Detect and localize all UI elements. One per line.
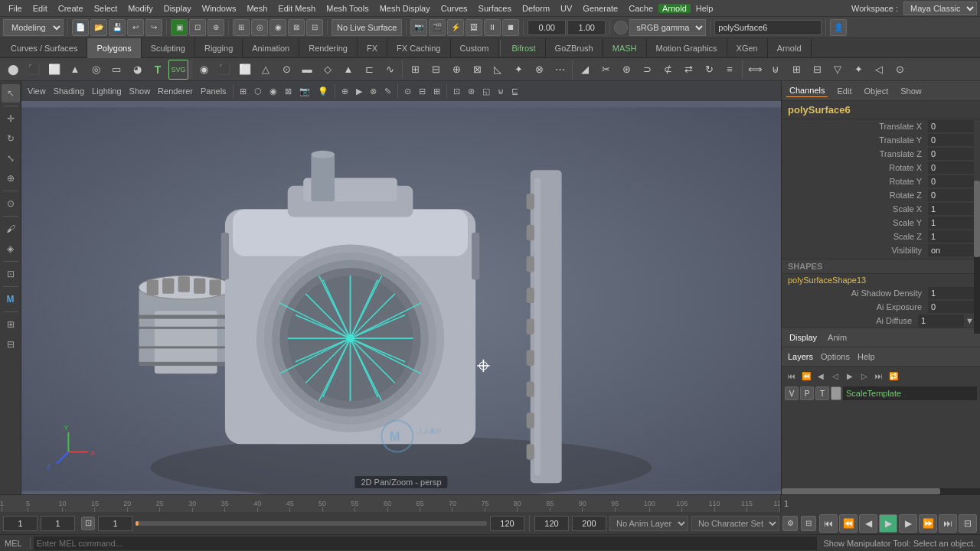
anim-start-input[interactable] [534,516,569,531]
reduce-icon[interactable]: ◁ [869,60,889,80]
mode-select[interactable]: Modeling [3,19,64,36]
snap-curve-btn[interactable]: ◎ [251,19,268,36]
menu-mesh[interactable]: Mesh [241,4,273,13]
vp-shaded-btn[interactable]: ◉ [266,83,280,99]
step-back-btn[interactable]: ◁ [828,369,842,383]
open-file-btn[interactable]: 📂 [90,19,107,36]
vp-lighting-menu[interactable]: Lighting [89,83,125,99]
tab-curves-surfaces[interactable]: Curves / Surfaces [2,38,87,58]
menu-edit[interactable]: Edit [28,4,53,13]
separate-icon[interactable]: ⊟ [807,60,827,80]
tab-animation[interactable]: Animation [243,38,299,58]
rp-horizontal-scrollbar[interactable] [782,488,980,494]
vp-resolution-btn[interactable]: ◱ [479,83,493,99]
cone-icon[interactable]: ▲ [65,60,85,80]
current-frame-input[interactable] [41,516,75,531]
vp-view-menu[interactable]: View [24,83,49,99]
translate-y-input[interactable] [928,134,974,146]
svg-icon[interactable]: SVG [168,60,188,80]
start-frame-input[interactable] [3,516,38,531]
poly-cone-icon[interactable]: △ [256,60,276,80]
menu-modify[interactable]: Modify [122,4,158,13]
vp-show-menu[interactable]: Show [126,83,154,99]
range-start-input[interactable] [98,516,132,531]
anim-prefs-btn[interactable]: ⊟ [801,516,816,531]
pause-render-btn[interactable]: ⏸ [484,19,501,36]
object-name-input[interactable] [714,20,822,35]
tab-rendering[interactable]: Rendering [299,38,358,58]
mel-input[interactable] [34,536,818,550]
vp-paint-btn[interactable]: ✎ [381,83,394,99]
extrude-icon[interactable]: ⊞ [405,60,425,80]
next-key-btn[interactable]: ▷ [858,369,871,383]
boolean-icon[interactable]: ⊎ [766,60,786,80]
v-btn[interactable]: V [785,386,799,400]
tab-sculpting[interactable]: Sculpting [142,38,195,58]
mirror-icon[interactable]: ⟺ [745,60,765,80]
tab-mash[interactable]: MASH [603,38,647,58]
vp-grid-btn[interactable]: ⊞ [237,83,250,99]
vp-light-btn[interactable]: 💡 [315,83,332,99]
save-file-btn[interactable]: 💾 [109,19,126,36]
menu-mesh-display[interactable]: Mesh Display [374,4,436,13]
tab-polygons[interactable]: Polygons [87,38,141,58]
prev-key-btn[interactable]: ⏪ [799,369,813,383]
plane-icon[interactable]: ▭ [106,60,126,80]
vp-mode-btn[interactable]: ⊑ [508,83,521,99]
display-tab[interactable]: Display [786,331,820,344]
tab-gozbrush[interactable]: GoZBrush [546,38,603,58]
go-end-btn2[interactable]: ⏭ [939,514,957,533]
combine-icon[interactable]: ⊞ [786,60,806,80]
viewport[interactable]: View Shading Lighting Show Renderer Pane… [21,81,781,494]
snap-point-btn[interactable]: ◉ [270,19,286,36]
menu-deform[interactable]: Deform [517,4,555,13]
help-tab[interactable]: Help [854,350,878,363]
torus-icon[interactable]: ◎ [86,60,106,80]
tab-motion-graphics[interactable]: Motion Graphics [647,38,727,58]
camera-btn[interactable]: 📷 [410,19,427,36]
color-swatch[interactable] [614,21,628,34]
loop-btn2[interactable]: ⊟ [959,514,977,533]
flip-icon[interactable]: ⇄ [678,60,698,80]
go-end-btn[interactable]: ⏭ [872,369,886,383]
next-key-btn2[interactable]: ⏩ [919,514,937,533]
select-btn[interactable]: ▣ [171,19,188,36]
offset-edge-icon[interactable]: ≡ [720,60,740,80]
no-live-surface-btn[interactable]: No Live Surface [332,19,402,36]
menu-arnold[interactable]: Arnold [658,4,691,13]
merge-icon[interactable]: ⊃ [637,60,657,80]
new-file-btn[interactable]: 📄 [72,19,89,36]
poly-cube-icon[interactable]: ⬛ [214,60,234,80]
universal-manipulator-btn[interactable]: ⊕ [2,169,20,187]
poly-prism-icon[interactable]: ◇ [318,60,338,80]
poly-sphere-icon[interactable]: ◉ [194,60,214,80]
layer-name[interactable]: ScaleTemplate [843,386,977,400]
rp-vertical-thumb[interactable] [974,181,980,257]
vp-textured-btn[interactable]: ⊠ [282,83,295,99]
remesh-icon[interactable]: ⊙ [890,60,910,80]
next-frame-btn2[interactable]: ▶ [899,514,917,533]
rotate-x-input[interactable] [928,161,974,174]
snap-grid-btn[interactable]: ⊞ [233,19,250,36]
paint-attrs-btn[interactable]: 🖌 [2,220,20,238]
menu-uv[interactable]: UV [555,4,577,13]
triangulate-icon[interactable]: ▽ [828,60,848,80]
scale-x-input[interactable] [928,203,974,215]
poly-torus-icon[interactable]: ⊙ [276,60,296,80]
spin-edge-icon[interactable]: ↻ [699,60,719,80]
rp-scrollbar-thumb[interactable] [782,488,940,494]
menu-generate[interactable]: Generate [577,4,623,13]
options-tab[interactable]: Options [818,350,853,363]
wedge-icon[interactable]: ◺ [488,60,508,80]
poly-cylinder-icon[interactable]: ⬜ [235,60,255,80]
vp-shading-menu[interactable]: Shading [51,83,87,99]
anim-end-input[interactable] [572,516,606,531]
tab-xgen[interactable]: XGen [727,38,768,58]
prev-frame-btn[interactable]: ◀ [814,369,828,383]
scale-y-input[interactable] [928,217,974,229]
undo-btn[interactable]: ↩ [127,19,144,36]
show-manip-btn[interactable]: ⊡ [2,265,20,283]
poly-pipe-icon[interactable]: ⊏ [359,60,379,80]
paint-btn[interactable]: ⊕ [207,19,224,36]
scale-z-input[interactable] [928,230,974,243]
